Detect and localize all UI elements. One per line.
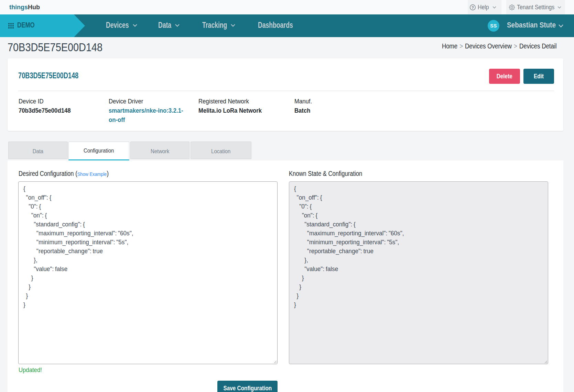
svg-text:?: ? xyxy=(472,5,474,9)
